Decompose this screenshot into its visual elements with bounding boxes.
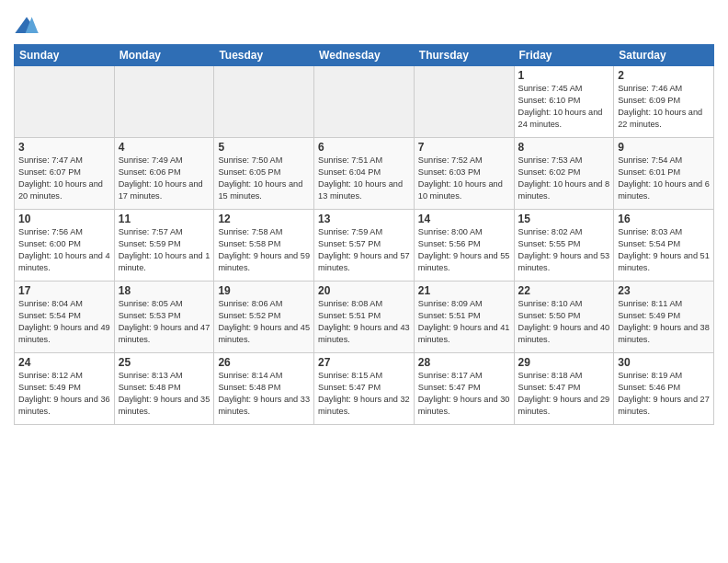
day-info: Sunrise: 8:05 AMSunset: 5:53 PMDaylight:… [119,298,210,346]
calendar-cell: 1Sunrise: 7:45 AMSunset: 6:10 PMDaylight… [514,66,614,138]
day-number: 7 [418,141,510,154]
day-number: 5 [218,141,310,154]
day-number: 17 [18,284,110,297]
calendar-row: 10Sunrise: 7:56 AMSunset: 6:00 PMDayligh… [15,210,714,282]
day-info: Sunrise: 7:54 AMSunset: 6:01 PMDaylight:… [618,155,710,202]
day-number: 18 [119,284,210,297]
day-number: 20 [318,284,410,297]
calendar-cell: 12Sunrise: 7:58 AMSunset: 5:58 PMDayligh… [214,210,314,282]
logo [14,14,42,40]
day-info: Sunrise: 8:12 AMSunset: 5:49 PMDaylight:… [18,370,110,418]
calendar-cell: 4Sunrise: 7:49 AMSunset: 6:06 PMDaylight… [114,138,214,210]
day-number: 6 [318,141,410,154]
calendar-row: 17Sunrise: 8:04 AMSunset: 5:54 PMDayligh… [15,282,714,353]
calendar-cell: 6Sunrise: 7:51 AMSunset: 6:04 PMDaylight… [314,138,415,210]
calendar-cell: 29Sunrise: 8:18 AMSunset: 5:47 PMDayligh… [514,353,614,425]
day-info: Sunrise: 8:19 AMSunset: 5:46 PMDaylight:… [618,370,710,418]
calendar-cell: 15Sunrise: 8:02 AMSunset: 5:55 PMDayligh… [514,210,614,282]
day-number: 23 [618,284,710,297]
calendar-cell: 13Sunrise: 7:59 AMSunset: 5:57 PMDayligh… [314,210,415,282]
day-number: 15 [518,213,610,225]
day-info: Sunrise: 7:58 AMSunset: 5:58 PMDaylight:… [218,226,310,274]
calendar-row: 1Sunrise: 7:45 AMSunset: 6:10 PMDaylight… [15,66,714,138]
calendar-cell: 16Sunrise: 8:03 AMSunset: 5:54 PMDayligh… [614,210,714,282]
calendar-cell: 21Sunrise: 8:09 AMSunset: 5:51 PMDayligh… [414,282,514,353]
day-number: 2 [618,69,710,82]
calendar-cell: 27Sunrise: 8:15 AMSunset: 5:47 PMDayligh… [314,353,415,425]
calendar-cell: 10Sunrise: 7:56 AMSunset: 6:00 PMDayligh… [15,210,115,282]
calendar-cell: 11Sunrise: 7:57 AMSunset: 5:59 PMDayligh… [114,210,214,282]
day-number: 12 [218,213,310,225]
day-info: Sunrise: 8:09 AMSunset: 5:51 PMDaylight:… [418,298,510,346]
day-number: 8 [518,141,610,154]
weekday-header: Friday [514,45,614,66]
calendar-cell [15,66,115,138]
day-info: Sunrise: 8:02 AMSunset: 5:55 PMDaylight:… [518,226,610,274]
calendar-cell [214,66,314,138]
day-number: 9 [618,141,710,154]
day-info: Sunrise: 8:15 AMSunset: 5:47 PMDaylight:… [318,370,410,418]
day-info: Sunrise: 8:04 AMSunset: 5:54 PMDaylight:… [18,298,110,346]
day-number: 27 [318,356,410,369]
day-number: 21 [418,284,510,297]
calendar-cell: 8Sunrise: 7:53 AMSunset: 6:02 PMDaylight… [514,138,614,210]
calendar-cell: 20Sunrise: 8:08 AMSunset: 5:51 PMDayligh… [314,282,415,353]
day-number: 19 [218,284,310,297]
calendar-cell: 28Sunrise: 8:17 AMSunset: 5:47 PMDayligh… [414,353,514,425]
day-info: Sunrise: 7:57 AMSunset: 5:59 PMDaylight:… [119,226,210,274]
day-info: Sunrise: 7:59 AMSunset: 5:57 PMDaylight:… [318,226,410,274]
calendar-cell: 3Sunrise: 7:47 AMSunset: 6:07 PMDaylight… [15,138,115,210]
day-number: 11 [119,213,210,225]
weekday-header: Saturday [614,45,714,66]
calendar-cell: 24Sunrise: 8:12 AMSunset: 5:49 PMDayligh… [15,353,115,425]
day-info: Sunrise: 7:46 AMSunset: 6:09 PMDaylight:… [618,83,710,131]
calendar-cell: 2Sunrise: 7:46 AMSunset: 6:09 PMDaylight… [614,66,714,138]
day-number: 13 [318,213,410,225]
day-number: 28 [418,356,510,369]
calendar-cell: 14Sunrise: 8:00 AMSunset: 5:56 PMDayligh… [414,210,514,282]
calendar-cell [414,66,514,138]
day-number: 24 [18,356,110,369]
day-number: 10 [18,213,110,225]
calendar-row: 24Sunrise: 8:12 AMSunset: 5:49 PMDayligh… [15,353,714,425]
day-info: Sunrise: 8:17 AMSunset: 5:47 PMDaylight:… [418,370,510,418]
day-info: Sunrise: 8:08 AMSunset: 5:51 PMDaylight:… [318,298,410,346]
logo-icon [14,14,40,40]
day-info: Sunrise: 8:10 AMSunset: 5:50 PMDaylight:… [518,298,610,346]
day-info: Sunrise: 8:18 AMSunset: 5:47 PMDaylight:… [518,370,610,418]
calendar-row: 3Sunrise: 7:47 AMSunset: 6:07 PMDaylight… [15,138,714,210]
day-info: Sunrise: 7:51 AMSunset: 6:04 PMDaylight:… [318,155,410,202]
day-number: 25 [119,356,210,369]
weekday-header: Sunday [15,45,115,66]
weekday-header: Monday [114,45,214,66]
day-number: 22 [518,284,610,297]
day-number: 4 [119,141,210,154]
day-info: Sunrise: 7:56 AMSunset: 6:00 PMDaylight:… [18,226,110,274]
day-number: 3 [18,141,110,154]
calendar-cell [114,66,214,138]
calendar-cell: 7Sunrise: 7:52 AMSunset: 6:03 PMDaylight… [414,138,514,210]
day-number: 14 [418,213,510,225]
weekday-header-row: SundayMondayTuesdayWednesdayThursdayFrid… [15,45,714,66]
day-info: Sunrise: 8:11 AMSunset: 5:49 PMDaylight:… [618,298,710,346]
calendar-cell: 25Sunrise: 8:13 AMSunset: 5:48 PMDayligh… [114,353,214,425]
day-number: 26 [218,356,310,369]
day-info: Sunrise: 8:06 AMSunset: 5:52 PMDaylight:… [218,298,310,346]
calendar-cell: 18Sunrise: 8:05 AMSunset: 5:53 PMDayligh… [114,282,214,353]
calendar-cell: 30Sunrise: 8:19 AMSunset: 5:46 PMDayligh… [614,353,714,425]
calendar-cell [314,66,415,138]
day-number: 1 [518,69,610,82]
day-info: Sunrise: 8:13 AMSunset: 5:48 PMDaylight:… [119,370,210,418]
day-info: Sunrise: 7:45 AMSunset: 6:10 PMDaylight:… [518,83,610,131]
day-info: Sunrise: 8:00 AMSunset: 5:56 PMDaylight:… [418,226,510,274]
calendar-cell: 5Sunrise: 7:50 AMSunset: 6:05 PMDaylight… [214,138,314,210]
day-info: Sunrise: 7:49 AMSunset: 6:06 PMDaylight:… [119,155,210,202]
day-info: Sunrise: 8:03 AMSunset: 5:54 PMDaylight:… [618,226,710,274]
calendar-cell: 19Sunrise: 8:06 AMSunset: 5:52 PMDayligh… [214,282,314,353]
weekday-header: Thursday [414,45,514,66]
day-number: 29 [518,356,610,369]
day-number: 30 [618,356,710,369]
day-info: Sunrise: 7:47 AMSunset: 6:07 PMDaylight:… [18,155,110,202]
header [14,9,714,40]
weekday-header: Tuesday [214,45,314,66]
